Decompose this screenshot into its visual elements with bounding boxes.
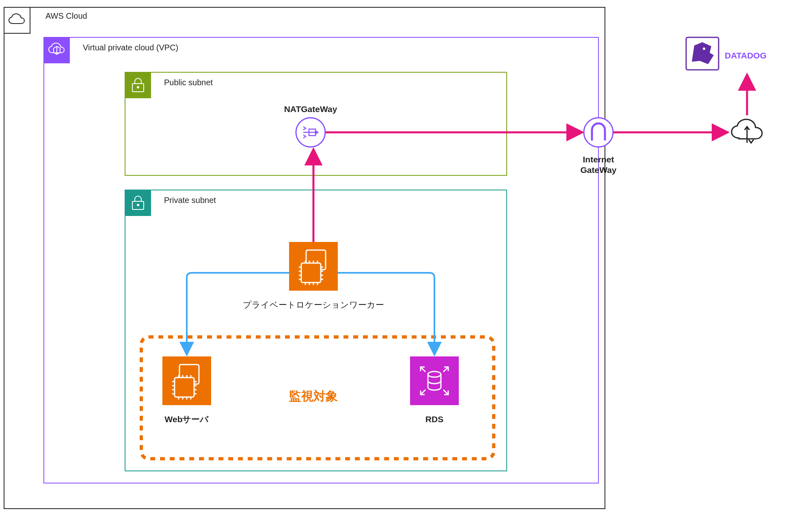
- rds-label: RDS: [425, 414, 443, 424]
- node-nat-gateway: NATGateWay: [284, 104, 337, 147]
- svg-rect-12: [125, 190, 151, 216]
- group-watch-label: 監視対象: [289, 389, 338, 403]
- group-pub-label: Public subnet: [164, 78, 213, 87]
- svg-rect-6: [125, 72, 151, 98]
- worker-label: プライベートロケーションワーカー: [243, 300, 384, 309]
- node-internet-cloud: [732, 119, 762, 143]
- svg-rect-1: [4, 7, 30, 33]
- group-private-subnet: Private subnet プライベートロケーションワーカー 監視対象: [125, 190, 507, 471]
- svg-rect-17: [301, 263, 321, 283]
- internet-gateway-icon: [584, 118, 613, 147]
- group-vpc-label: Virtual private cloud (VPC): [83, 43, 178, 52]
- svg-point-57: [703, 47, 705, 50]
- internet-cloud-icon: [732, 119, 762, 143]
- svg-rect-37: [175, 378, 194, 397]
- node-worker: プライベートロケーションワーカー: [243, 242, 384, 309]
- svg-point-14: [137, 204, 139, 206]
- svg-rect-11: [125, 190, 507, 471]
- node-web: Webサーバ: [162, 356, 211, 424]
- group-watch: 監視対象 Webサーバ: [141, 337, 494, 459]
- nat-label: NATGateWay: [284, 104, 337, 114]
- edge-worker-web: [187, 273, 289, 354]
- node-igw: InternetGateWay: [0, 0, 617, 175]
- group-public-subnet: Public subnet NATGateWay: [125, 72, 507, 175]
- architecture-diagram: AWS Cloud Virtual private cloud (VPC) Pu…: [0, 0, 812, 518]
- node-rds: RDS: [410, 356, 459, 424]
- group-priv-label: Private subnet: [164, 196, 216, 205]
- edge-worker-rds: [338, 273, 434, 354]
- datadog-label: DATADOG: [725, 51, 767, 60]
- web-label: Webサーバ: [165, 414, 209, 424]
- svg-point-8: [137, 86, 139, 88]
- svg-rect-54: [410, 356, 459, 405]
- group-aws-label: AWS Cloud: [45, 11, 87, 20]
- node-datadog: DATADOG: [686, 37, 767, 70]
